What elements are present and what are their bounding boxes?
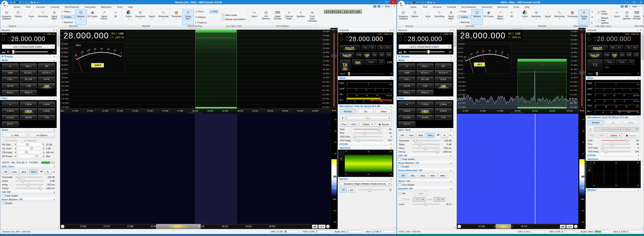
panel-scrollbar[interactable]: ▲▼ bbox=[641, 32, 644, 229]
section-if-display[interactable]: IF Display▼ bbox=[0, 54, 56, 58]
volume-slider[interactable] bbox=[409, 51, 444, 52]
monitor-icon[interactable] bbox=[373, 5, 376, 7]
waterfall-level-scale[interactable]: -15-30-45-60-75-90-105-120-135-150 bbox=[330, 113, 338, 229]
undo-icon[interactable]: ↶ bbox=[40, 170, 43, 174]
zoom-slider[interactable] bbox=[330, 31, 338, 108]
tx-sync-button[interactable]: TX ← RX bbox=[377, 45, 392, 50]
mic-slider[interactable] bbox=[601, 147, 630, 148]
style-selector[interactable]: Style bbox=[632, 5, 637, 8]
section-notch[interactable]: Notch: Off▲ bbox=[397, 179, 453, 183]
updown-icon[interactable]: ⇕ bbox=[629, 5, 631, 8]
app-logo[interactable] bbox=[398, 0, 405, 8]
ribbon-tab[interactable]: Help bbox=[522, 5, 532, 9]
section-mode[interactable]: Mode▲ bbox=[397, 58, 453, 62]
navigator-ruler[interactable]: 27.99028.00028.010 bbox=[462, 224, 559, 229]
ribbon-item[interactable]: Digital Decoder bbox=[632, 9, 642, 25]
spectrum-display[interactable]: -40 dBm-45 dBm-50 dBm-55 dBm-60 dBm-65 d… bbox=[60, 30, 330, 109]
checkbox-icon[interactable] bbox=[398, 198, 401, 201]
ribbon-item[interactable]: Signal History bbox=[494, 9, 506, 25]
panel-menu-icon[interactable]: ▾ bbox=[389, 29, 392, 31]
mode-button[interactable]: W-FM bbox=[2, 83, 18, 88]
title-bar[interactable]: ◍★▣↶✖◉⌂▦▶▰ Hermes-Lite :: Main :: SDR Co… bbox=[0, 0, 396, 4]
keyboard-entry-button[interactable]: ⌨ bbox=[312, 225, 318, 229]
mic-profile-button[interactable]: Normal bbox=[340, 109, 356, 114]
zoom-slider[interactable] bbox=[578, 31, 586, 108]
panel-scrollbar[interactable]: ▲▼ bbox=[394, 32, 396, 229]
ribbon-item[interactable]: Resolution bbox=[530, 9, 542, 25]
section-noise-blanker[interactable]: Noise Blanker: Off▲ bbox=[0, 198, 56, 201]
decrement-icon[interactable]: ❮ bbox=[15, 151, 16, 153]
ribbon-item[interactable]: Digital Decoder bbox=[272, 9, 283, 25]
ribbon-item[interactable]: ↥Shaded bbox=[60, 15, 75, 19]
section-filter[interactable]: Filter▲ bbox=[0, 96, 56, 100]
panel-scrollbar[interactable]: ▲▼ bbox=[56, 32, 60, 229]
ribbon-item[interactable]: External Radio bbox=[283, 9, 295, 25]
section-microphone[interactable]: Microphone: Gain 94, Boost 20.0 dB▲ bbox=[586, 115, 641, 119]
monitor2-icon[interactable] bbox=[625, 5, 628, 7]
ribbon-tab[interactable]: Rec/Playback bbox=[62, 5, 82, 9]
ribbon-item[interactable] bbox=[590, 21, 594, 24]
ribbon-item[interactable]: Speed bbox=[146, 9, 158, 25]
minimize-button[interactable]: — bbox=[377, 0, 383, 4]
section-meter[interactable]: Meter▲ bbox=[586, 76, 641, 80]
mic-bandwidth-select[interactable]: 2.8kHz▼ bbox=[607, 133, 622, 138]
monitor2-icon[interactable] bbox=[378, 5, 380, 7]
play-icon[interactable]: ▶ bbox=[430, 1, 432, 4]
section-ctcss[interactable]: CTCSS▼ bbox=[586, 153, 641, 157]
monitor-icon[interactable] bbox=[621, 5, 624, 7]
ribbon-checkbox[interactable]: Mouse-over buttons bbox=[222, 18, 246, 20]
tx-mode-button[interactable]: LSB bbox=[356, 52, 362, 57]
section-cw[interactable]: CW: Off▲ bbox=[397, 154, 453, 157]
waterfall-display[interactable] bbox=[457, 114, 578, 224]
ribbon-checkbox[interactable]: Mouse-over buttons bbox=[598, 17, 609, 24]
filter-button[interactable]: RTTY bbox=[2, 121, 18, 127]
app-logo[interactable] bbox=[1, 0, 8, 8]
ribbon-tab[interactable]: Receive bbox=[430, 5, 444, 9]
section-squelch[interactable]: Squelch: Off▲ bbox=[397, 187, 453, 190]
tx-mode-button[interactable]: Sync RX bbox=[588, 52, 602, 57]
tune-button[interactable]: Tune bbox=[365, 59, 377, 64]
settings-gear-icon[interactable]: ⚙ bbox=[393, 5, 395, 8]
close-red-icon[interactable]: ✖ bbox=[419, 1, 421, 4]
nb-enable[interactable]: Enable bbox=[397, 165, 453, 169]
zoom-handle[interactable] bbox=[332, 54, 336, 57]
mode-button[interactable]: ECSS-U bbox=[38, 70, 55, 75]
radio-slider[interactable] bbox=[17, 151, 42, 154]
tx-sync-button[interactable]: Sync RX bbox=[588, 45, 608, 50]
ribbon-item[interactable]: Trunk Voice Following bbox=[306, 9, 318, 25]
increment-icon[interactable]: ❯ bbox=[43, 147, 44, 150]
ribbon-tab[interactable]: Help bbox=[125, 5, 136, 9]
ribbon-item[interactable] bbox=[590, 15, 594, 19]
monitor-tx-button[interactable]: TX bbox=[340, 188, 347, 193]
waterfall-display[interactable] bbox=[60, 114, 330, 224]
close-button[interactable]: ✕ bbox=[637, 0, 644, 4]
tx-button[interactable]: TX bbox=[588, 59, 602, 70]
mic-slider[interactable] bbox=[353, 133, 383, 133]
filter-button[interactable]: FT8 bbox=[38, 115, 55, 120]
mode-button[interactable]: SAM bbox=[398, 70, 415, 75]
ribbon-tab[interactable]: Memories bbox=[98, 5, 114, 9]
filter-button[interactable]: 2.8kHz bbox=[417, 108, 434, 113]
ribbon-tab[interactable]: Home bbox=[11, 5, 23, 9]
ribbon-tab[interactable]: Transmit bbox=[48, 5, 62, 9]
record-green-icon[interactable]: ◉ bbox=[25, 1, 27, 4]
filter-button[interactable]: 2.0kHz bbox=[417, 102, 434, 107]
mode-button[interactable]: Wide-L bbox=[398, 90, 415, 95]
home-icon[interactable]: ⌂ bbox=[28, 1, 30, 4]
play-icon[interactable]: ▶ bbox=[34, 1, 36, 4]
agc-button[interactable]: Fast bbox=[407, 133, 415, 138]
ribbon-item[interactable]: ↥Maximum bbox=[457, 21, 471, 24]
mode-button[interactable]: SAM bbox=[2, 70, 18, 75]
section-ctcss[interactable]: CTCSS▼ bbox=[338, 142, 394, 146]
tx-more-button[interactable]: ••• bbox=[378, 59, 384, 64]
lifebuoy-icon[interactable]: ◍ bbox=[407, 1, 409, 4]
section-monitor[interactable]: Monitor▲ bbox=[338, 177, 394, 181]
mic-slider[interactable] bbox=[353, 140, 383, 141]
mic-slider[interactable] bbox=[353, 136, 383, 137]
section-mode[interactable]: Mode▲ bbox=[0, 58, 56, 62]
section-filter[interactable]: Filter▲ bbox=[397, 96, 453, 100]
filter-button[interactable]: 2.0kHz bbox=[20, 102, 37, 107]
equalizer-icon[interactable] bbox=[399, 51, 402, 53]
monitor-rx-button[interactable]: RX bbox=[348, 188, 355, 193]
zoom-handle[interactable] bbox=[580, 71, 584, 74]
